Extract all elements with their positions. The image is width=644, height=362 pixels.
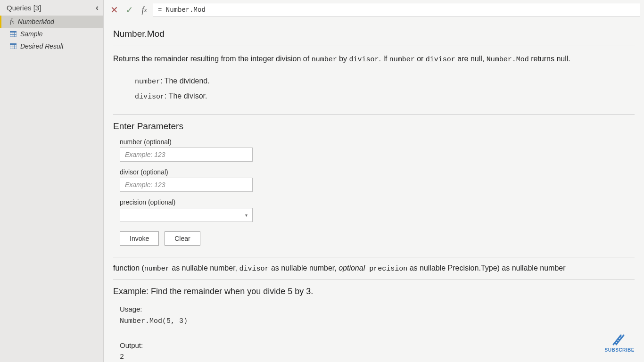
divider <box>113 257 635 257</box>
table-icon <box>10 31 17 37</box>
query-item-numbermod[interactable]: fx NumberMod <box>0 16 103 28</box>
formula-input[interactable] <box>153 3 640 17</box>
sig-code: number <box>144 265 170 273</box>
button-row: Invoke Clear <box>120 231 635 246</box>
desc-text: by <box>337 55 349 63</box>
param-label: precision (optional) <box>120 198 635 206</box>
sig-code: divisor <box>239 265 269 273</box>
svg-rect-1 <box>10 31 17 33</box>
function-title: Number.Mod <box>113 29 635 39</box>
cancel-icon[interactable]: ✕ <box>107 3 121 16</box>
param-block-divisor: divisor (optional) <box>120 168 635 192</box>
sig-text: as nullable number, <box>269 264 339 272</box>
divider <box>113 114 635 115</box>
param-label: divisor (optional) <box>120 168 635 176</box>
collapse-sidebar-icon[interactable]: ‹ <box>96 3 99 13</box>
param-text: : The divisor. <box>165 92 207 100</box>
sig-text: function ( <box>113 264 144 272</box>
param-desc-row: number: The dividend. <box>135 74 635 89</box>
content-area: Number.Mod Returns the remainder resulti… <box>104 20 644 362</box>
query-label: Sample <box>20 30 42 38</box>
function-description: Returns the remainder resulting from the… <box>113 53 635 66</box>
usage-code: Number.Mod(5, 3) <box>120 315 635 328</box>
desc-text: returns null. <box>529 55 570 63</box>
precision-select[interactable]: ▾ <box>120 208 253 222</box>
sig-optional: optional <box>339 264 365 272</box>
confirm-icon[interactable]: ✓ <box>123 3 136 16</box>
output-value: 2 <box>120 351 635 362</box>
formula-bar: ✕ ✓ fx <box>104 0 644 20</box>
subscribe-badge[interactable]: SUBSCRIBE <box>605 333 635 353</box>
invoke-button[interactable]: Invoke <box>120 231 159 246</box>
sig-code: precision <box>365 265 407 273</box>
desc-code: divisor <box>426 56 455 64</box>
queries-sidebar: Queries [3] ‹ fx NumberMod Sample Desire… <box>0 0 104 362</box>
function-signature: function (number as nullable number, div… <box>113 264 635 273</box>
fx-icon[interactable]: fx <box>138 3 151 16</box>
fx-icon: fx <box>10 18 14 25</box>
param-label: number (optional) <box>120 138 635 146</box>
sidebar-header: Queries [3] ‹ <box>0 0 103 16</box>
enter-parameters-title: Enter Parameters <box>113 121 635 132</box>
example-title: Example: Find the remainder when you div… <box>113 287 635 296</box>
desc-code: number <box>312 56 337 64</box>
sig-text: as nullable Precision.Type) as nullable … <box>407 264 565 272</box>
query-item-desired-result[interactable]: Desired Result <box>0 40 103 52</box>
divider <box>113 280 635 280</box>
param-name: number <box>135 78 160 86</box>
divider <box>113 46 635 46</box>
clear-button[interactable]: Clear <box>165 231 200 246</box>
example-body: Usage: Number.Mod(5, 3) Output: 2 <box>113 303 635 362</box>
param-desc-row: divisor: The divisor. <box>135 89 635 104</box>
desc-text: Returns the remainder resulting from the… <box>113 55 312 63</box>
chevron-down-icon: ▾ <box>245 213 248 218</box>
desc-code: divisor <box>349 56 379 64</box>
param-block-precision: precision (optional) ▾ <box>120 198 635 222</box>
param-descriptions: number: The dividend. divisor: The divis… <box>113 74 635 104</box>
desc-code: number <box>389 56 415 64</box>
desc-text: . If <box>379 55 389 63</box>
desc-code: Number.Mod <box>487 56 529 64</box>
sig-text: as nullable number, <box>170 264 239 272</box>
param-text: : The dividend. <box>160 77 210 85</box>
subscribe-label: SUBSCRIBE <box>605 347 635 353</box>
table-icon <box>10 43 17 49</box>
divisor-input[interactable] <box>120 178 253 192</box>
desc-text: are null, <box>455 55 487 63</box>
svg-rect-6 <box>10 43 17 45</box>
query-label: NumberMod <box>18 18 54 25</box>
usage-label: Usage: <box>120 303 635 315</box>
param-name: divisor <box>135 93 165 101</box>
query-label: Desired Result <box>20 42 64 50</box>
dna-icon <box>611 333 627 346</box>
number-input[interactable] <box>120 148 253 162</box>
desc-text: or <box>415 55 426 63</box>
output-label: Output: <box>120 339 635 352</box>
sidebar-title: Queries [3] <box>7 4 41 12</box>
example-section: Example: Find the remainder when you div… <box>113 287 635 362</box>
query-item-sample[interactable]: Sample <box>0 28 103 40</box>
param-block-number: number (optional) <box>120 138 635 162</box>
main-panel: ✕ ✓ fx Number.Mod Returns the remainder … <box>104 0 644 362</box>
